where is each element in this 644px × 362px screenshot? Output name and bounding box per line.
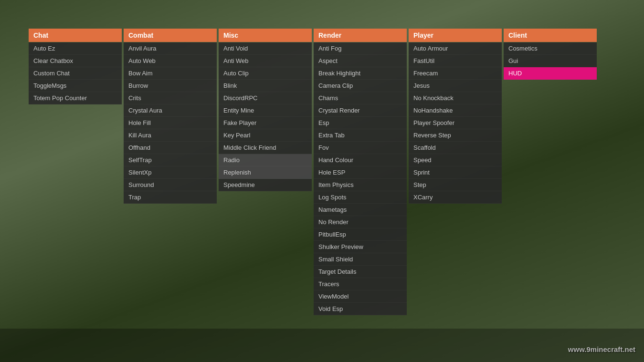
panel-item[interactable]: Surround xyxy=(124,179,217,191)
panel-item[interactable]: Auto Clip xyxy=(219,67,312,80)
panel-item[interactable]: Middle Click Friend xyxy=(219,142,312,154)
panel-item[interactable]: Freecam xyxy=(409,67,502,80)
panel-item[interactable]: Kill Aura xyxy=(124,129,217,142)
panel-player: PlayerAuto ArmourFastUtilFreecamJesusNo … xyxy=(409,29,502,315)
panel-item[interactable]: Hole Fill xyxy=(124,117,217,129)
panel-chat: ChatAuto EzClear ChatboxCustom ChatToggl… xyxy=(29,29,122,315)
panel-item[interactable]: Crits xyxy=(124,92,217,104)
watermark: www.9minecraft.net xyxy=(568,345,635,353)
panel-item[interactable]: Key Pearl xyxy=(219,129,312,142)
panel-item[interactable]: Jesus xyxy=(409,80,502,92)
panel-item[interactable]: Cosmetics xyxy=(504,42,597,55)
panel-header-client: Client xyxy=(504,29,597,42)
panel-item[interactable]: Step xyxy=(409,179,502,191)
panel-item[interactable]: Anvil Aura xyxy=(124,42,217,55)
panel-item[interactable]: Clear Chatbox xyxy=(29,55,122,67)
panel-item[interactable]: Anti Void xyxy=(219,42,312,55)
bottom-bar xyxy=(0,329,644,362)
panel-items-combat: Anvil AuraAuto WebBow AimBurrowCritsCrys… xyxy=(124,42,217,204)
panel-item[interactable]: Hand Colour xyxy=(314,154,407,166)
panel-item[interactable]: SilentXp xyxy=(124,166,217,179)
panel-item[interactable]: Offhand xyxy=(124,142,217,154)
panel-item[interactable]: Camera Clip xyxy=(314,80,407,92)
panel-item[interactable]: No Knockback xyxy=(409,92,502,104)
panel-item[interactable]: Fov xyxy=(314,142,407,154)
panel-header-player: Player xyxy=(409,29,502,42)
panel-item[interactable]: Burrow xyxy=(124,80,217,92)
panel-item[interactable]: Chams xyxy=(314,92,407,104)
panel-misc: MiscAnti VoidAnti WebAuto ClipBlinkDisco… xyxy=(219,29,312,315)
panel-item[interactable]: Custom Chat xyxy=(29,67,122,80)
panel-item[interactable]: PitbullEsp xyxy=(314,228,407,241)
panel-items-client: CosmeticsGuiHUD xyxy=(504,42,597,80)
panel-item[interactable]: Reverse Step xyxy=(409,129,502,142)
panel-item[interactable]: Scaffold xyxy=(409,142,502,154)
panel-items-player: Auto ArmourFastUtilFreecamJesusNo Knockb… xyxy=(409,42,502,204)
panel-item[interactable]: Fake Player xyxy=(219,117,312,129)
panel-item[interactable]: Void Esp xyxy=(314,303,407,315)
panel-item[interactable]: Esp xyxy=(314,117,407,129)
panel-item[interactable]: Item Physics xyxy=(314,179,407,191)
panel-item[interactable]: Trap xyxy=(124,191,217,204)
panel-item[interactable]: FastUtil xyxy=(409,55,502,67)
panel-item[interactable]: XCarry xyxy=(409,191,502,204)
panel-item[interactable]: Shulker Preview xyxy=(314,241,407,253)
panel-item[interactable]: Anti Fog xyxy=(314,42,407,55)
panel-item[interactable]: Blink xyxy=(219,80,312,92)
panel-header-combat: Combat xyxy=(124,29,217,42)
panel-item[interactable]: Replenish xyxy=(219,166,312,179)
panel-item[interactable]: Crystal Aura xyxy=(124,104,217,117)
panel-item[interactable]: Tracers xyxy=(314,278,407,290)
panel-item[interactable]: ToggleMsgs xyxy=(29,80,122,92)
panel-header-render: Render xyxy=(314,29,407,42)
panel-item[interactable]: Target Details xyxy=(314,266,407,278)
panel-items-chat: Auto EzClear ChatboxCustom ChatToggleMsg… xyxy=(29,42,122,104)
panel-item[interactable]: Speedmine xyxy=(219,179,312,191)
panel-item[interactable]: Auto Web xyxy=(124,55,217,67)
panel-item[interactable]: Small Shield xyxy=(314,253,407,266)
panel-item[interactable]: Auto Armour xyxy=(409,42,502,55)
panel-item[interactable]: Extra Tab xyxy=(314,129,407,142)
panel-item[interactable]: Aspect xyxy=(314,55,407,67)
panel-item[interactable]: Bow Aim xyxy=(124,67,217,80)
panel-item[interactable]: HUD xyxy=(504,67,597,80)
panel-header-misc: Misc xyxy=(219,29,312,42)
panel-render: RenderAnti FogAspectBreak HighlightCamer… xyxy=(314,29,407,315)
panel-client: ClientCosmeticsGuiHUD xyxy=(504,29,597,315)
panel-item[interactable]: Nametags xyxy=(314,204,407,216)
panel-item[interactable]: Entity Mine xyxy=(219,104,312,117)
panel-item[interactable]: Break Highlight xyxy=(314,67,407,80)
panel-item[interactable]: Sprint xyxy=(409,166,502,179)
panel-item[interactable]: Totem Pop Counter xyxy=(29,92,122,104)
panel-item[interactable]: Radio xyxy=(219,154,312,166)
panel-item[interactable]: DiscordRPC xyxy=(219,92,312,104)
panel-item[interactable]: Anti Web xyxy=(219,55,312,67)
panel-item[interactable]: Crystal Render xyxy=(314,104,407,117)
panel-items-render: Anti FogAspectBreak HighlightCamera Clip… xyxy=(314,42,407,315)
panels-container: ChatAuto EzClear ChatboxCustom ChatToggl… xyxy=(29,29,599,315)
panel-item[interactable]: NoHandshake xyxy=(409,104,502,117)
panel-item[interactable]: SelfTrap xyxy=(124,154,217,166)
panel-item[interactable]: Gui xyxy=(504,55,597,67)
panel-combat: CombatAnvil AuraAuto WebBow AimBurrowCri… xyxy=(124,29,217,315)
panel-item[interactable]: Player Spoofer xyxy=(409,117,502,129)
panel-item[interactable]: ViewModel xyxy=(314,290,407,303)
panel-header-chat: Chat xyxy=(29,29,122,42)
panel-item[interactable]: Auto Ez xyxy=(29,42,122,55)
panel-item[interactable]: Log Spots xyxy=(314,191,407,204)
panel-item[interactable]: Hole ESP xyxy=(314,166,407,179)
panel-item[interactable]: Speed xyxy=(409,154,502,166)
panel-items-misc: Anti VoidAnti WebAuto ClipBlinkDiscordRP… xyxy=(219,42,312,191)
panel-item[interactable]: No Render xyxy=(314,216,407,228)
